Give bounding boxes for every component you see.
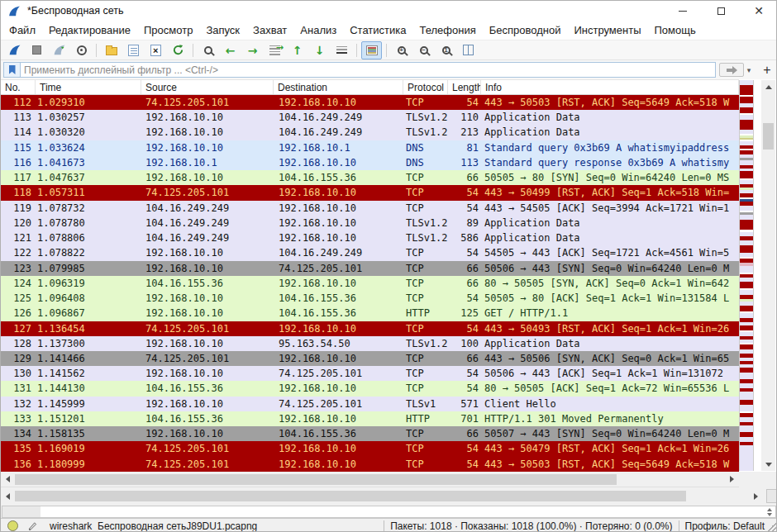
column-header-dst[interactable]: Destination xyxy=(274,80,403,94)
menu-item-file[interactable]: Файл xyxy=(2,21,42,40)
packet-row[interactable]: 1251.096408192.168.10.10104.16.155.36TCP… xyxy=(1,291,739,306)
go-to-packet-button[interactable]: → xyxy=(265,41,285,59)
column-header-len[interactable]: Length xyxy=(448,80,481,94)
menu-item-tools[interactable]: Инструменты xyxy=(567,21,647,40)
packet-row[interactable]: 1281.137300192.168.10.1095.163.54.50TLSv… xyxy=(1,336,739,351)
packet-row[interactable]: 1341.158135192.168.10.10104.16.155.36TCP… xyxy=(1,426,739,441)
start-capture-button[interactable] xyxy=(4,41,25,59)
close-button[interactable]: ✕ xyxy=(740,1,777,21)
hscroll-thumb[interactable] xyxy=(15,491,686,501)
menu-item-go[interactable]: Запуск xyxy=(199,21,246,40)
menu-item-wireless[interactable]: Беспроводной xyxy=(483,21,568,40)
secondary-hscrollbar[interactable] xyxy=(1,489,763,503)
packet-row[interactable]: 1261.096867192.168.10.10104.16.155.36HTT… xyxy=(1,306,739,321)
cell-proto: TCP xyxy=(403,426,448,441)
maximize-button[interactable] xyxy=(702,1,740,21)
column-header-no[interactable]: No. xyxy=(1,80,36,94)
packet-row[interactable]: 1171.047637192.168.10.10104.16.155.36TCP… xyxy=(1,170,739,185)
packet-row[interactable]: 1241.096319104.16.155.36192.168.10.10TCP… xyxy=(1,276,739,291)
capture-file-name[interactable]: wireshark_Беспроводная сетьJ89DU1.pcapng xyxy=(50,520,257,532)
filter-history-dropdown[interactable]: ▾ xyxy=(744,63,754,77)
zoom-original-button[interactable]: 1 xyxy=(436,41,456,59)
packet-row[interactable]: 1121.02931074.125.205.101192.168.10.10TC… xyxy=(1,95,739,110)
capture-comment-button[interactable] xyxy=(26,520,38,531)
packet-row[interactable]: 1331.151201104.16.155.36192.168.10.10HTT… xyxy=(1,411,739,426)
column-header-time[interactable]: Time xyxy=(36,80,141,94)
menu-item-edit[interactable]: Редактирование xyxy=(42,21,137,40)
packet-row[interactable]: 1271.13645474.125.205.101192.168.10.10TC… xyxy=(1,321,739,336)
packet-row[interactable]: 1321.145999192.168.10.1074.125.205.101TL… xyxy=(1,397,739,411)
restart-capture-button[interactable] xyxy=(49,41,69,59)
vertical-scroll-thumb[interactable] xyxy=(763,123,774,150)
menu-item-view[interactable]: Просмотр xyxy=(137,21,199,40)
packet-row[interactable]: 1181.05731174.125.205.101192.168.10.10TC… xyxy=(1,185,739,200)
reload-file-button[interactable] xyxy=(168,41,188,59)
go-last-button[interactable]: ↓ xyxy=(309,41,330,59)
packet-row[interactable]: 1151.033624192.168.10.10192.168.10.1DNS8… xyxy=(1,140,739,155)
menu-item-capture[interactable]: Захват xyxy=(246,21,293,40)
close-file-icon: × xyxy=(150,45,161,56)
colorize-button[interactable] xyxy=(361,41,382,59)
find-packet-button[interactable] xyxy=(198,41,218,59)
menu-item-telephony[interactable]: Телефония xyxy=(412,21,482,40)
splitter-grip[interactable] xyxy=(766,489,777,503)
zoom-in-button[interactable]: + xyxy=(391,41,412,59)
save-file-button[interactable] xyxy=(123,41,144,59)
scroll-right-arrow[interactable] xyxy=(749,489,763,503)
scroll-left-arrow[interactable] xyxy=(1,489,15,503)
packet-row[interactable]: 1231.079985192.168.10.1074.125.205.101TC… xyxy=(1,261,739,276)
scroll-right-arrow[interactable] xyxy=(725,472,739,487)
packet-row[interactable]: 1201.078780104.16.249.249192.168.10.10TL… xyxy=(1,216,739,230)
zoom-out-button[interactable]: − xyxy=(413,41,434,59)
scroll-left-arrow[interactable] xyxy=(1,472,15,487)
stop-capture-button[interactable] xyxy=(26,41,47,59)
packet-minimap[interactable] xyxy=(739,80,754,471)
column-header-proto[interactable]: Protocol xyxy=(403,80,448,94)
packet-row[interactable]: 1131.030257192.168.10.10104.16.249.249TL… xyxy=(1,110,739,125)
go-forward-button[interactable]: → xyxy=(242,41,263,59)
resize-columns-button[interactable] xyxy=(458,41,479,59)
add-filter-button[interactable]: + xyxy=(759,62,775,78)
display-filter-input[interactable] xyxy=(20,62,716,78)
cell-src: 104.16.249.249 xyxy=(141,230,274,245)
packet-row[interactable]: 1161.041673192.168.10.1192.168.10.10DNS1… xyxy=(1,155,739,170)
column-header-info[interactable]: Info xyxy=(481,80,739,94)
packet-row[interactable]: 1311.144130104.16.155.36192.168.10.10TCP… xyxy=(1,381,739,396)
cell-no: 123 xyxy=(1,261,36,276)
packet-row[interactable]: 1351.16901974.125.205.101192.168.10.10TC… xyxy=(1,441,739,456)
go-back-button[interactable]: ← xyxy=(220,41,241,59)
packet-row[interactable]: 1141.030320192.168.10.10104.16.249.249TL… xyxy=(1,125,739,140)
packet-row[interactable]: 1191.078732104.16.249.249192.168.10.10TC… xyxy=(1,201,739,216)
packet-row[interactable]: 1221.078822192.168.10.10104.16.249.249TC… xyxy=(1,245,739,260)
auto-scroll-button[interactable] xyxy=(331,41,352,59)
cell-no: 134 xyxy=(1,426,36,441)
menu-item-statistics[interactable]: Статистика xyxy=(343,21,412,40)
packet-row[interactable]: 1211.078806104.16.249.249192.168.10.10TL… xyxy=(1,230,739,245)
cell-proto: TLSv1.2 xyxy=(403,125,448,140)
profile-label[interactable]: Профиль: Default xyxy=(685,520,765,532)
column-header-src[interactable]: Source xyxy=(141,80,274,94)
go-first-button[interactable]: ↑ xyxy=(287,41,307,59)
packet-row[interactable]: 1301.141562192.168.10.1074.125.205.101TC… xyxy=(1,366,739,381)
menu-item-help[interactable]: Помощь xyxy=(648,21,703,40)
packet-row[interactable]: 1361.18099974.125.205.101192.168.10.10TC… xyxy=(1,457,739,472)
capture-options-button[interactable] xyxy=(71,41,92,59)
cell-dst: 192.168.10.10 xyxy=(274,230,403,245)
apply-filter-button[interactable] xyxy=(719,63,744,77)
menu-item-analyze[interactable]: Анализ xyxy=(293,21,343,40)
close-file-button[interactable]: × xyxy=(145,41,166,59)
open-file-button[interactable] xyxy=(101,41,122,59)
minimize-button[interactable] xyxy=(664,1,702,21)
cell-no: 128 xyxy=(1,336,36,351)
spinner-arrows[interactable] xyxy=(767,508,772,516)
scroll-down-arrow[interactable] xyxy=(761,458,775,471)
filter-bookmark-button[interactable] xyxy=(3,62,20,78)
packet-row[interactable]: 1291.14146674.125.205.101192.168.10.10TC… xyxy=(1,351,739,366)
packet-list-hscrollbar[interactable] xyxy=(1,472,739,487)
scroll-up-arrow[interactable] xyxy=(761,80,775,93)
resize-grip[interactable] xyxy=(768,521,776,531)
hscroll-thumb[interactable] xyxy=(15,474,617,485)
vertical-scrollbar[interactable] xyxy=(761,80,775,471)
cell-src: 104.16.155.36 xyxy=(141,381,274,396)
expert-info-button[interactable] xyxy=(7,520,18,531)
